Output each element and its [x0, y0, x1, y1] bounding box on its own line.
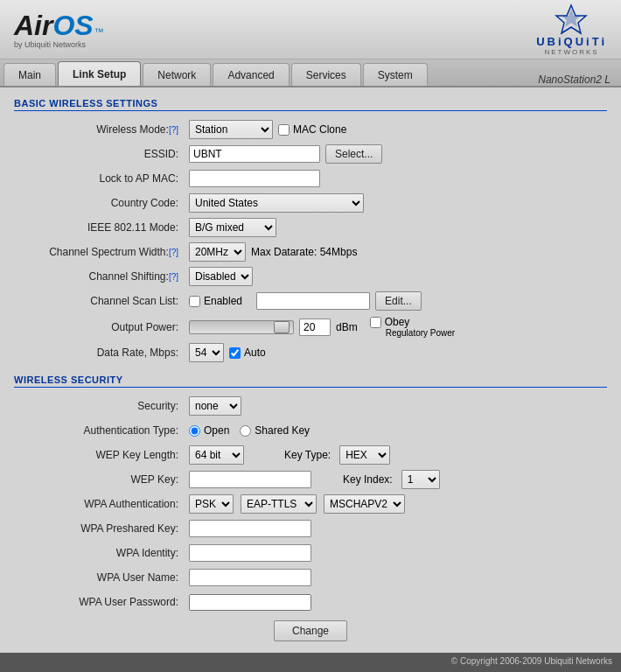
channel-width-select[interactable]: 20MHz 40MHz — [189, 242, 246, 262]
wpa-password-control — [189, 594, 607, 611]
open-radio[interactable] — [189, 425, 200, 437]
wpa-identity-input[interactable] — [189, 544, 311, 562]
wep-key-label: WEP Key: — [14, 473, 189, 486]
output-power-control: dBm Obey Regulatory Power — [189, 316, 607, 338]
wpa-preshared-input[interactable] — [189, 520, 311, 537]
security-control: none WEP WPA WPA2 — [189, 396, 607, 416]
channel-width-ref[interactable]: [?] — [169, 248, 178, 257]
channel-scan-control: Enabled Edit... — [189, 291, 607, 311]
wep-key-length-row: WEP Key Length: 64 bit 128 bit Key Type:… — [14, 445, 607, 465]
tab-system[interactable]: System — [363, 63, 428, 86]
mac-clone-area: MAC Clone — [278, 123, 346, 136]
auth-type-control: Open Shared Key — [189, 424, 607, 437]
wireless-security-title: WIRELESS SECURITY — [14, 374, 607, 388]
header: Air OS ™ by Ubiquiti Networks UBiQUiTi N… — [0, 0, 621, 60]
basic-wireless-section: BASIC WIRELESS SETTINGS Wireless Mode:[?… — [14, 98, 607, 362]
auto-checkbox[interactable] — [229, 347, 241, 359]
data-rate-label: Data Rate, Mbps: — [14, 346, 189, 359]
tab-network[interactable]: Network — [143, 63, 211, 86]
tab-main[interactable]: Main — [3, 63, 56, 86]
mac-clone-label[interactable]: MAC Clone — [278, 123, 346, 136]
country-control: United States Canada United Kingdom Germ… — [189, 193, 607, 213]
wpa-username-row: WPA User Name: — [14, 568, 607, 587]
wireless-mode-select[interactable]: Station Access Point WDS Station WDS AP — [189, 120, 273, 139]
output-power-row: Output Power: dBm Obey Regulatory Power — [14, 316, 607, 338]
wpa-username-input[interactable] — [189, 569, 311, 586]
channel-shifting-label: Channel Shifting:[?] — [14, 270, 189, 283]
ubiquiti-text: UBiQUiTi — [536, 35, 607, 48]
main-content: BASIC WIRELESS SETTINGS Wireless Mode:[?… — [0, 88, 621, 653]
wep-key-row: WEP Key: Key Index: 1 2 3 4 — [14, 470, 607, 489]
eap-select[interactable]: EAP-TTLS EAP-PEAP EAP-TLS — [241, 494, 317, 514]
wpa-identity-label: WPA Identity: — [14, 547, 189, 559]
device-name: NanoStation2 L — [538, 74, 618, 86]
power-slider-container — [189, 320, 294, 334]
wep-key-input[interactable] — [189, 471, 311, 488]
key-index-select[interactable]: 1 2 3 4 — [401, 470, 440, 489]
ieee-row: IEEE 802.11 Mode: B/G mixed B only G onl… — [14, 218, 607, 237]
wireless-mode-control: Station Access Point WDS Station WDS AP … — [189, 120, 607, 139]
data-rate-select[interactable]: 54 48 36 24 — [189, 343, 224, 362]
lock-ap-row: Lock to AP MAC: — [14, 169, 607, 188]
channel-scan-checkbox[interactable] — [189, 296, 200, 307]
copyright-text: © Copyright 2006-2009 Ubiquiti Networks — [451, 656, 612, 666]
wpa-auth-select[interactable]: PSK EAP — [189, 494, 234, 514]
channel-shifting-ref[interactable]: [?] — [169, 272, 178, 282]
channel-shifting-select[interactable]: Disabled Enabled — [189, 267, 253, 286]
wpa-password-input[interactable] — [189, 594, 311, 611]
obey-label[interactable]: Obey — [370, 316, 455, 328]
wpa-identity-row: WPA Identity: — [14, 543, 607, 563]
shared-key-radio-label[interactable]: Shared Key — [240, 424, 310, 437]
wpa-username-control — [189, 569, 607, 586]
tab-services[interactable]: Services — [291, 63, 361, 86]
change-button[interactable]: Change — [274, 620, 347, 641]
auth-type-row: Authentication Type: Open Shared Key — [14, 421, 607, 440]
channel-width-label: Channel Spectrum Width:[?] — [14, 246, 189, 258]
footer: © Copyright 2006-2009 Ubiquiti Networks — [0, 653, 621, 672]
wep-key-length-label: WEP Key Length: — [14, 449, 189, 461]
data-rate-control: 54 48 36 24 Auto — [189, 343, 607, 362]
wep-key-length-select[interactable]: 64 bit 128 bit — [189, 445, 244, 465]
basic-wireless-title: BASIC WIRELESS SETTINGS — [14, 98, 607, 111]
wpa-auth-label: WPA Authentication: — [14, 498, 189, 510]
wpa-identity-control — [189, 544, 607, 562]
ieee-select[interactable]: B/G mixed B only G only N only — [189, 218, 276, 237]
lock-ap-input[interactable] — [189, 170, 320, 187]
edit-button[interactable]: Edit... — [375, 291, 422, 311]
ubiquiti-networks: NETWORKS — [544, 48, 598, 56]
channel-width-row: Channel Spectrum Width:[?] 20MHz 40MHz M… — [14, 242, 607, 262]
dbm-input[interactable] — [299, 318, 331, 336]
wpa-username-label: WPA User Name: — [14, 571, 189, 584]
mac-clone-checkbox[interactable] — [278, 124, 290, 136]
power-slider[interactable] — [189, 320, 294, 334]
auth-type-label: Authentication Type: — [14, 424, 189, 437]
tab-advanced[interactable]: Advanced — [213, 63, 289, 86]
wpa-preshared-control — [189, 520, 607, 537]
tab-link-setup[interactable]: Link Setup — [58, 61, 141, 86]
shared-key-radio[interactable] — [240, 425, 251, 437]
max-datarate-text: Max Datarate: 54Mbps — [251, 246, 357, 258]
ubiquiti-icon — [548, 4, 596, 35]
key-type-select[interactable]: HEX ASCII — [339, 445, 390, 465]
dbm-label: dBm — [336, 321, 358, 333]
country-select[interactable]: United States Canada United Kingdom Germ… — [189, 193, 364, 213]
select-button[interactable]: Select... — [325, 144, 382, 164]
lock-ap-label: Lock to AP MAC: — [14, 172, 189, 185]
obey-checkbox[interactable] — [370, 317, 381, 328]
wireless-mode-ref[interactable]: [?] — [169, 125, 178, 135]
open-radio-label[interactable]: Open — [189, 424, 229, 437]
wpa-password-label: WPA User Password: — [14, 596, 189, 608]
country-label: Country Code: — [14, 197, 189, 209]
security-select[interactable]: none WEP WPA WPA2 — [189, 396, 241, 416]
wpa-auth-row: WPA Authentication: PSK EAP EAP-TTLS EAP… — [14, 494, 607, 514]
data-rate-row: Data Rate, Mbps: 54 48 36 24 Auto — [14, 343, 607, 362]
security-row: Security: none WEP WPA WPA2 — [14, 396, 607, 416]
essid-input[interactable] — [189, 145, 320, 163]
logo-os: OS — [52, 10, 93, 42]
auto-label[interactable]: Auto — [229, 346, 266, 359]
channel-scan-input[interactable] — [256, 292, 370, 310]
channel-scan-enabled-label[interactable]: Enabled — [189, 295, 242, 307]
key-type-label: Key Type: — [284, 449, 331, 461]
output-power-label: Output Power: — [14, 321, 189, 333]
mschap-select[interactable]: MSCHAPV2 GTC — [324, 494, 405, 514]
